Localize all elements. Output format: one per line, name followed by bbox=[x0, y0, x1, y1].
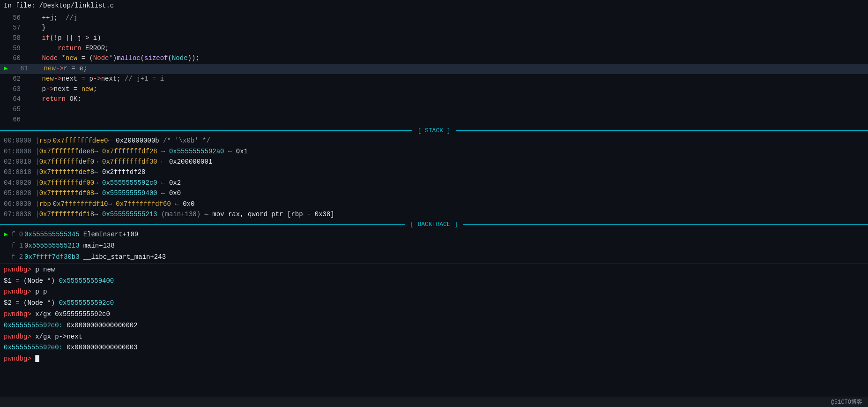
gdb-prompt: pwndbg> bbox=[4, 333, 31, 340]
gdb-cursor: █ bbox=[31, 355, 39, 362]
backtrace-header: [ BACKTRACE ] bbox=[0, 219, 868, 229]
bt-function: main+138 bbox=[83, 241, 115, 252]
stack-row: 02:0010 | 0x7fffffffdef0 → 0x7fffffffdf3… bbox=[0, 157, 868, 167]
line-number: 66 bbox=[4, 115, 21, 125]
gdb-addr-value: 0x0000000000000002 bbox=[63, 322, 138, 329]
stack-row: 05:0028 | 0x7fffffffdf08 → 0x55555555940… bbox=[0, 188, 868, 198]
line-content: } bbox=[26, 23, 864, 33]
gdb-prompt: pwndbg> bbox=[4, 266, 31, 273]
backtrace-row: f 1 0x555555555213 main+138 bbox=[0, 241, 868, 252]
active-arrow: ► bbox=[4, 64, 11, 74]
file-header-line: In file: /Desktop/linklist.c bbox=[0, 1, 868, 11]
code-line-63: 63 p->next = new; bbox=[0, 84, 868, 95]
gdb-result-addr: 0x555555559400 bbox=[59, 277, 114, 285]
gdb-prompt: pwndbg> bbox=[4, 288, 31, 295]
line-content bbox=[26, 115, 864, 125]
line-number: 60 bbox=[4, 53, 21, 64]
stack-row: 00:0000 | rsp 0x7fffffffdeе0 ← 0x2000000… bbox=[0, 136, 868, 146]
file-header-text: In file: /Desktop/linklist.c bbox=[4, 1, 114, 11]
line-number: 57 bbox=[4, 23, 21, 33]
stack-reg-addr: 0x7fffffffdf00 bbox=[39, 178, 95, 188]
stack-row-data: → 0x5555555592c0 ← 0x2 bbox=[94, 178, 181, 188]
gdb-addr-label: 0x5555555592e0: bbox=[4, 344, 63, 351]
stack-offset: 02:0010 | bbox=[4, 157, 39, 167]
line-content: ++j; //j bbox=[26, 13, 864, 23]
gdb-addr-value: 0x0000000000000003 bbox=[63, 344, 138, 351]
code-line-56: 56 ++j; //j bbox=[0, 13, 868, 23]
stack-title: [ STACK ] bbox=[412, 127, 456, 134]
line-number: 64 bbox=[4, 94, 21, 105]
backtrace-row: ► f 0 0x555555555345 ElemInsert+109 bbox=[0, 229, 868, 241]
stack-reg-addr: 0x7fffffffdf08 bbox=[39, 188, 95, 198]
stack-row-data: → 0x555555559400 ← 0x0 bbox=[94, 188, 181, 198]
status-bar: @51CTO博客 bbox=[0, 397, 868, 407]
code-line-64: 64 return OK; bbox=[0, 94, 868, 105]
stack-line-right bbox=[456, 130, 868, 131]
stack-row-data: → 0x7fffffffdf28 → 0x5555555592a0 ← 0x1 bbox=[94, 146, 248, 157]
gdb-result-text: $2 = (Node *) bbox=[4, 299, 59, 307]
stack-section: 00:0000 | rsp 0x7fffffffdeе0 ← 0x2000000… bbox=[0, 136, 868, 219]
stack-offset: 06:0030 | bbox=[4, 199, 39, 209]
stack-row: 03:0018 | 0x7fffffffdef8 ← 0x2ffffdf28 bbox=[0, 167, 868, 177]
code-line-65: 65 bbox=[0, 105, 868, 115]
gdb-line: pwndbg> p new bbox=[4, 264, 864, 276]
line-content: return ERROR; bbox=[26, 44, 864, 54]
stack-header: [ STACK ] bbox=[0, 126, 868, 136]
gdb-addr-label: 0x5555555592c0: bbox=[4, 322, 63, 329]
stack-reg-addr: 0x7fffffffdef0 bbox=[39, 157, 95, 167]
bt-line-left bbox=[0, 224, 405, 225]
stack-offset: 01:0008 | bbox=[4, 146, 39, 157]
line-content: new->r = e; bbox=[28, 64, 864, 74]
stack-row-data: ← 0x20000000b /* '\x0b' */ bbox=[108, 136, 210, 146]
gdb-command: x/gx p->next bbox=[31, 333, 82, 340]
bt-frame-label: f 2 bbox=[11, 252, 24, 263]
bt-line-right bbox=[463, 224, 868, 225]
watermark: @51CTO博客 bbox=[831, 398, 862, 406]
stack-reg-addr: 0x7fffffffdef8 bbox=[39, 167, 95, 177]
stack-line-left bbox=[0, 130, 412, 131]
stack-row: 04:0020 | 0x7fffffffdf00 → 0x5555555592c… bbox=[0, 178, 868, 188]
stack-offset: 07:0038 | bbox=[4, 209, 39, 219]
backtrace-title: [ BACKTRACE ] bbox=[405, 221, 463, 228]
stack-register: rbp bbox=[39, 199, 51, 209]
code-line-57: 57 } bbox=[0, 23, 868, 33]
code-line-61: ► 61 new->r = e; bbox=[0, 64, 868, 74]
stack-offset: 03:0018 | bbox=[4, 167, 39, 177]
line-number: 58 bbox=[4, 33, 21, 44]
stack-reg-addr: 0x7fffffffdf10 bbox=[53, 199, 108, 209]
stack-reg-addr: 0x7fffffffdeе0 bbox=[53, 136, 108, 146]
stack-offset: 05:0028 | bbox=[4, 188, 39, 198]
code-line-59: 59 return ERROR; bbox=[0, 44, 868, 54]
bt-frame-label: f 0 bbox=[11, 229, 24, 241]
bt-frame-label: f 1 bbox=[11, 241, 24, 252]
stack-reg-addr: 0x7fffffffdee8 bbox=[39, 146, 95, 157]
stack-register: rsp bbox=[39, 136, 51, 146]
gdb-section[interactable]: pwndbg> p new$1 = (Node *) 0x55555555940… bbox=[0, 264, 868, 397]
gdb-prompt: pwndbg> bbox=[4, 310, 31, 318]
gdb-line[interactable]: pwndbg> █ bbox=[4, 354, 864, 365]
stack-row-data: ← 0x2ffffdf28 bbox=[94, 167, 145, 177]
code-line-60: 60 Node *new = (Node*)malloc(sizeof(Node… bbox=[0, 53, 868, 64]
line-number: 65 bbox=[4, 105, 21, 115]
stack-row-data: → 0x7fffffffdf60 ← 0x0 bbox=[108, 199, 194, 209]
terminal: In file: /Desktop/linklist.c 56 ++j; //j… bbox=[0, 0, 868, 407]
bt-active-indicator: ► bbox=[4, 229, 11, 241]
gdb-result-addr: 0x5555555592c0 bbox=[59, 299, 114, 307]
code-section: 56 ++j; //j57 }58 if(!p || j > i)59 retu… bbox=[0, 12, 868, 126]
stack-row: 06:0030 | rbp 0x7fffffffdf10 → 0x7ffffff… bbox=[0, 199, 868, 209]
line-number: 56 bbox=[4, 13, 21, 23]
backtrace-row: f 2 0x7ffff7df30b3 __libc_start_main+243 bbox=[0, 252, 868, 263]
gdb-line: $1 = (Node *) 0x555555559400 bbox=[4, 276, 864, 287]
code-line-62: 62 new->next = p->next; // j+1 = i bbox=[0, 74, 868, 84]
bt-function: __libc_start_main+243 bbox=[83, 252, 166, 263]
stack-row-data: → 0x555555555213 (main+138) ← mov rax, q… bbox=[94, 209, 334, 219]
bt-address: 0x7ffff7df30b3 bbox=[24, 252, 80, 263]
stack-offset: 04:0020 | bbox=[4, 178, 39, 188]
backtrace-section: ► f 0 0x555555555345 ElemInsert+109 f 1 … bbox=[0, 229, 868, 263]
line-content: p->next = new; bbox=[26, 84, 864, 95]
line-content: new->next = p->next; // j+1 = i bbox=[26, 74, 864, 84]
line-content: Node *new = (Node*)malloc(sizeof(Node)); bbox=[26, 53, 864, 64]
stack-offset: 00:0000 | bbox=[4, 136, 39, 146]
code-line-66: 66 bbox=[0, 115, 868, 125]
gdb-prompt: pwndbg> bbox=[4, 355, 31, 362]
